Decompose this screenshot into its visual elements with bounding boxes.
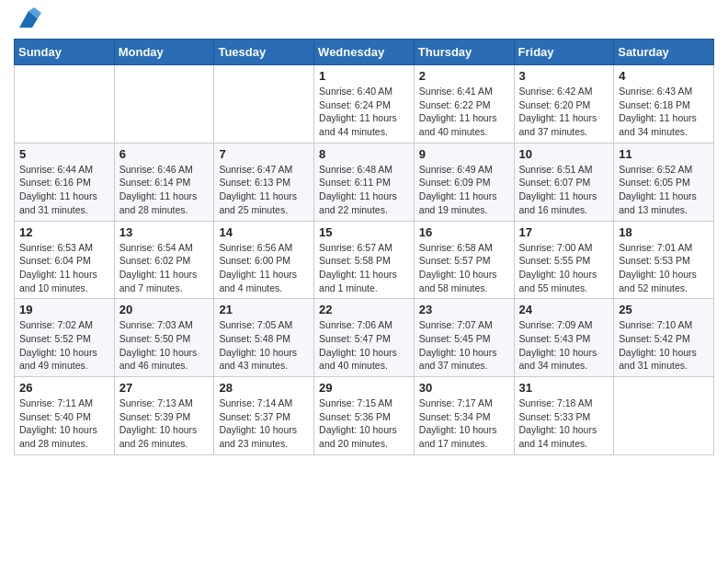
- day-info: Sunrise: 6:47 AM Sunset: 6:13 PM Dayligh…: [219, 163, 309, 217]
- day-info: Sunrise: 7:10 AM Sunset: 5:42 PM Dayligh…: [619, 318, 709, 373]
- day-number: 19: [19, 303, 109, 316]
- day-cell: 11Sunrise: 6:52 AM Sunset: 6:05 PM Dayli…: [614, 143, 714, 221]
- weekday-wednesday: Wednesday: [314, 40, 415, 65]
- page: SundayMondayTuesdayWednesdayThursdayFrid…: [0, 0, 728, 465]
- day-info: Sunrise: 7:05 AM Sunset: 5:48 PM Dayligh…: [219, 318, 309, 373]
- day-cell: 21Sunrise: 7:05 AM Sunset: 5:48 PM Dayli…: [214, 299, 314, 377]
- day-number: 22: [319, 303, 409, 316]
- day-info: Sunrise: 6:54 AM Sunset: 6:02 PM Dayligh…: [119, 241, 210, 295]
- day-cell: 15Sunrise: 6:57 AM Sunset: 5:58 PM Dayli…: [314, 221, 415, 299]
- day-number: 28: [219, 381, 309, 395]
- day-cell: [114, 65, 214, 144]
- weekday-sunday: Sunday: [15, 40, 115, 65]
- day-number: 25: [619, 303, 709, 316]
- day-cell: 22Sunrise: 7:06 AM Sunset: 5:47 PM Dayli…: [314, 299, 415, 377]
- day-info: Sunrise: 6:40 AM Sunset: 6:24 PM Dayligh…: [319, 85, 409, 139]
- day-info: Sunrise: 6:41 AM Sunset: 6:22 PM Dayligh…: [419, 85, 509, 139]
- day-cell: 3Sunrise: 6:42 AM Sunset: 6:20 PM Daylig…: [514, 65, 614, 144]
- day-info: Sunrise: 6:48 AM Sunset: 6:11 PM Dayligh…: [319, 163, 409, 217]
- day-info: Sunrise: 7:14 AM Sunset: 5:37 PM Dayligh…: [219, 396, 309, 451]
- day-cell: 8Sunrise: 6:48 AM Sunset: 6:11 PM Daylig…: [314, 143, 415, 221]
- day-cell: 20Sunrise: 7:03 AM Sunset: 5:50 PM Dayli…: [114, 299, 214, 377]
- day-number: 4: [619, 69, 709, 83]
- day-cell: 1Sunrise: 6:40 AM Sunset: 6:24 PM Daylig…: [314, 65, 415, 144]
- day-info: Sunrise: 6:56 AM Sunset: 6:00 PM Dayligh…: [219, 241, 309, 295]
- day-info: Sunrise: 7:09 AM Sunset: 5:43 PM Dayligh…: [519, 318, 609, 373]
- day-number: 6: [119, 147, 210, 161]
- day-cell: 18Sunrise: 7:01 AM Sunset: 5:53 PM Dayli…: [614, 221, 714, 299]
- day-info: Sunrise: 6:42 AM Sunset: 6:20 PM Dayligh…: [519, 85, 609, 139]
- day-info: Sunrise: 6:43 AM Sunset: 6:18 PM Dayligh…: [619, 85, 709, 139]
- day-cell: 16Sunrise: 6:58 AM Sunset: 5:57 PM Dayli…: [414, 221, 514, 299]
- day-info: Sunrise: 7:01 AM Sunset: 5:53 PM Dayligh…: [619, 241, 709, 295]
- day-info: Sunrise: 7:15 AM Sunset: 5:36 PM Dayligh…: [319, 396, 409, 451]
- day-number: 17: [519, 225, 609, 239]
- day-number: 20: [119, 303, 210, 316]
- day-cell: 5Sunrise: 6:44 AM Sunset: 6:16 PM Daylig…: [15, 143, 115, 221]
- day-number: 18: [619, 225, 709, 239]
- day-info: Sunrise: 6:58 AM Sunset: 5:57 PM Dayligh…: [419, 241, 509, 295]
- week-row-2: 5Sunrise: 6:44 AM Sunset: 6:16 PM Daylig…: [15, 143, 714, 221]
- day-number: 5: [19, 147, 109, 161]
- day-number: 3: [519, 69, 609, 83]
- day-info: Sunrise: 7:13 AM Sunset: 5:39 PM Dayligh…: [119, 396, 210, 451]
- day-cell: 23Sunrise: 7:07 AM Sunset: 5:45 PM Dayli…: [414, 299, 514, 377]
- day-cell: 12Sunrise: 6:53 AM Sunset: 6:04 PM Dayli…: [15, 221, 115, 299]
- calendar-table: SundayMondayTuesdayWednesdayThursdayFrid…: [14, 39, 714, 455]
- day-number: 14: [219, 225, 309, 239]
- day-number: 31: [519, 381, 609, 395]
- day-info: Sunrise: 7:17 AM Sunset: 5:34 PM Dayligh…: [419, 396, 509, 451]
- day-info: Sunrise: 6:46 AM Sunset: 6:14 PM Dayligh…: [119, 163, 210, 217]
- day-cell: 6Sunrise: 6:46 AM Sunset: 6:14 PM Daylig…: [114, 143, 214, 221]
- day-number: 13: [119, 225, 210, 239]
- day-info: Sunrise: 6:51 AM Sunset: 6:07 PM Dayligh…: [519, 163, 609, 217]
- day-number: 29: [319, 381, 409, 395]
- weekday-monday: Monday: [114, 40, 214, 65]
- day-cell: 25Sunrise: 7:10 AM Sunset: 5:42 PM Dayli…: [614, 299, 714, 377]
- day-number: 8: [319, 147, 409, 161]
- day-cell: [214, 65, 314, 144]
- day-cell: [614, 377, 714, 455]
- weekday-header-row: SundayMondayTuesdayWednesdayThursdayFrid…: [15, 40, 714, 65]
- day-cell: 13Sunrise: 6:54 AM Sunset: 6:02 PM Dayli…: [114, 221, 214, 299]
- day-info: Sunrise: 7:03 AM Sunset: 5:50 PM Dayligh…: [119, 318, 210, 373]
- day-number: 15: [319, 225, 409, 239]
- day-cell: 10Sunrise: 6:51 AM Sunset: 6:07 PM Dayli…: [514, 143, 614, 221]
- week-row-4: 19Sunrise: 7:02 AM Sunset: 5:52 PM Dayli…: [15, 299, 714, 377]
- day-cell: 27Sunrise: 7:13 AM Sunset: 5:39 PM Dayli…: [114, 377, 214, 455]
- day-cell: 17Sunrise: 7:00 AM Sunset: 5:55 PM Dayli…: [514, 221, 614, 299]
- day-info: Sunrise: 7:18 AM Sunset: 5:33 PM Dayligh…: [519, 396, 609, 451]
- week-row-3: 12Sunrise: 6:53 AM Sunset: 6:04 PM Dayli…: [15, 221, 714, 299]
- day-cell: 24Sunrise: 7:09 AM Sunset: 5:43 PM Dayli…: [514, 299, 614, 377]
- day-info: Sunrise: 6:44 AM Sunset: 6:16 PM Dayligh…: [19, 163, 109, 217]
- day-number: 21: [219, 303, 309, 316]
- header: [14, 9, 714, 33]
- day-info: Sunrise: 7:11 AM Sunset: 5:40 PM Dayligh…: [19, 396, 109, 451]
- calendar-body: 1Sunrise: 6:40 AM Sunset: 6:24 PM Daylig…: [15, 65, 714, 455]
- calendar-header: SundayMondayTuesdayWednesdayThursdayFrid…: [15, 40, 714, 65]
- day-cell: 29Sunrise: 7:15 AM Sunset: 5:36 PM Dayli…: [314, 377, 415, 455]
- weekday-tuesday: Tuesday: [214, 40, 314, 65]
- day-info: Sunrise: 7:06 AM Sunset: 5:47 PM Dayligh…: [319, 318, 409, 373]
- day-number: 23: [419, 303, 509, 316]
- day-info: Sunrise: 6:52 AM Sunset: 6:05 PM Dayligh…: [619, 163, 709, 217]
- day-number: 9: [419, 147, 509, 161]
- weekday-thursday: Thursday: [414, 40, 514, 65]
- day-number: 2: [419, 69, 509, 83]
- day-number: 26: [19, 381, 109, 395]
- day-cell: 28Sunrise: 7:14 AM Sunset: 5:37 PM Dayli…: [214, 377, 314, 455]
- week-row-5: 26Sunrise: 7:11 AM Sunset: 5:40 PM Dayli…: [15, 377, 714, 455]
- weekday-friday: Friday: [514, 40, 614, 65]
- day-info: Sunrise: 7:02 AM Sunset: 5:52 PM Dayligh…: [19, 318, 109, 373]
- day-info: Sunrise: 6:57 AM Sunset: 5:58 PM Dayligh…: [319, 241, 409, 295]
- day-cell: 30Sunrise: 7:17 AM Sunset: 5:34 PM Dayli…: [414, 377, 514, 455]
- day-number: 10: [519, 147, 609, 161]
- day-number: 27: [119, 381, 210, 395]
- week-row-1: 1Sunrise: 6:40 AM Sunset: 6:24 PM Daylig…: [15, 65, 714, 144]
- day-cell: 31Sunrise: 7:18 AM Sunset: 5:33 PM Dayli…: [514, 377, 614, 455]
- logo-icon: [16, 7, 41, 33]
- day-number: 30: [419, 381, 509, 395]
- day-cell: 2Sunrise: 6:41 AM Sunset: 6:22 PM Daylig…: [414, 65, 514, 144]
- day-number: 12: [19, 225, 109, 239]
- logo: [14, 13, 41, 33]
